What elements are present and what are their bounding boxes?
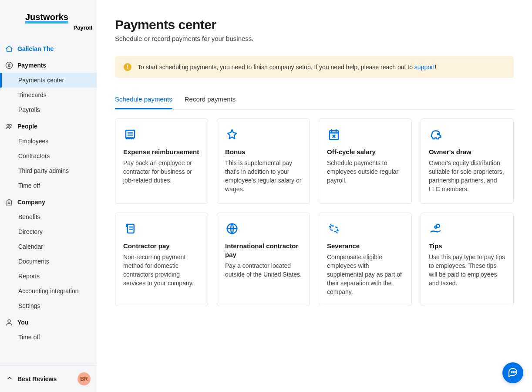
sidebar-item-timecards[interactable]: Timecards — [0, 88, 97, 102]
card-tips[interactable]: Tips Use this pay type to pay tips to em… — [421, 213, 514, 307]
alert-suffix: ! — [435, 64, 437, 71]
card-desc: Schedule payments to employees outside r… — [327, 159, 404, 185]
unlink-icon — [327, 222, 341, 236]
sidebar-item-reports[interactable]: Reports — [0, 269, 97, 284]
svg-point-11 — [513, 372, 514, 372]
sidebar-item-benefits[interactable]: Benefits — [0, 210, 97, 224]
globe-icon — [225, 222, 239, 236]
card-title: Contractor pay — [123, 242, 200, 250]
svg-point-2 — [10, 125, 12, 127]
card-title: Tips — [429, 242, 505, 250]
people-icon — [5, 122, 13, 130]
sidebar-item-documents[interactable]: Documents — [0, 254, 97, 269]
sidebar-section-you[interactable]: You — [0, 315, 97, 330]
card-title: Severance — [327, 242, 404, 250]
svg-point-3 — [8, 320, 10, 322]
svg-point-9 — [435, 226, 437, 228]
card-desc: Compensate eligible employees with suppl… — [327, 253, 404, 296]
sidebar-item-directory[interactable]: Directory — [0, 224, 97, 239]
card-desc: Use this pay type to pay tips to employe… — [429, 253, 505, 288]
home-icon — [5, 45, 13, 53]
section-label: Payments — [17, 62, 46, 69]
sidebar-item-time-off-you[interactable]: Time off — [0, 330, 97, 345]
section-label: People — [17, 123, 37, 130]
card-title: Owner's draw — [429, 148, 505, 156]
sidebar-item-payrolls[interactable]: Payrolls — [0, 102, 97, 117]
sidebar-item-settings[interactable]: Settings — [0, 298, 97, 313]
svg-point-6 — [438, 134, 439, 135]
sidebar-section-people[interactable]: People — [0, 119, 97, 134]
nav: Galician The Payments Payments center Ti… — [0, 41, 97, 365]
card-desc: Pay a contractor located outside of the … — [225, 262, 302, 279]
logo[interactable]: Justworks Payroll — [0, 0, 97, 41]
card-desc: This is supplemental pay that's in addit… — [225, 159, 302, 194]
card-desc: Pay back an employee or contractor for b… — [123, 159, 200, 185]
sidebar-item-accounting-integration[interactable]: Accounting integration — [0, 284, 97, 298]
card-desc: Non-recurring payment method for domesti… — [123, 253, 200, 288]
card-owners-draw[interactable]: Owner's draw Owner's equity distribution… — [421, 118, 514, 204]
chevron-up-icon — [6, 375, 13, 383]
card-title: International contractor pay — [225, 242, 302, 260]
sidebar-item-contractors[interactable]: Contractors — [0, 149, 97, 163]
alert-prefix: To start scheduling payments, you need t… — [138, 64, 414, 71]
chat-button[interactable] — [502, 362, 523, 383]
calendar-x-icon — [327, 128, 341, 142]
sidebar-section-company[interactable]: Company — [0, 195, 97, 210]
coins-hand-icon — [429, 222, 443, 236]
sidebar-section-payments[interactable]: Payments — [0, 58, 97, 73]
payment-type-grid: Expense reimbursement Pay back an employ… — [115, 118, 514, 306]
avatar: BR — [77, 372, 91, 385]
page-subtitle: Schedule or record payments for your bus… — [115, 35, 514, 42]
svg-point-1 — [7, 125, 9, 127]
card-off-cycle-salary[interactable]: Off-cycle salary Schedule payments to em… — [319, 118, 412, 204]
tab-schedule-payments[interactable]: Schedule payments — [115, 90, 172, 109]
tabs: Schedule payments Record payments — [115, 90, 514, 110]
chat-icon — [508, 367, 518, 379]
setup-alert: ! To start scheduling payments, you need… — [115, 56, 514, 78]
card-title: Off-cycle salary — [327, 148, 404, 156]
svg-point-12 — [515, 372, 515, 372]
building-icon — [5, 198, 13, 206]
svg-rect-5 — [330, 131, 338, 139]
card-title: Expense reimbursement — [123, 148, 200, 156]
card-title: Bonus — [225, 148, 302, 156]
brand-name: Justworks — [25, 13, 68, 24]
card-severance[interactable]: Severance Compensate eligible employees … — [319, 213, 412, 307]
dollar-icon — [5, 61, 13, 69]
card-desc: Owner's equity distribution suitable for… — [429, 159, 505, 194]
scroll-icon — [123, 222, 137, 236]
section-label: You — [17, 319, 28, 326]
sidebar-org-label: Galician The — [17, 45, 54, 52]
card-international-contractor-pay[interactable]: International contractor pay Pay a contr… — [217, 213, 310, 307]
card-contractor-pay[interactable]: Contractor pay Non-recurring payment met… — [115, 213, 208, 307]
receipt-icon — [123, 128, 137, 142]
user-icon — [5, 318, 13, 326]
main-content: Payments center Schedule or record payme… — [97, 0, 532, 392]
sidebar-item-employees[interactable]: Employees — [0, 134, 97, 149]
svg-rect-4 — [126, 130, 135, 138]
warning-icon: ! — [124, 63, 131, 71]
support-link[interactable]: support — [414, 64, 435, 71]
sidebar-item-third-party-admins[interactable]: Third party admins — [0, 163, 97, 178]
brand-sub: Payroll — [25, 24, 97, 31]
footer-label: Best Reviews — [17, 375, 57, 382]
card-expense-reimbursement[interactable]: Expense reimbursement Pay back an employ… — [115, 118, 208, 204]
sidebar-footer[interactable]: Best Reviews BR — [0, 365, 97, 392]
sidebar-org[interactable]: Galician The — [0, 41, 97, 56]
sidebar-item-payments-center[interactable]: Payments center — [0, 73, 97, 88]
page-title: Payments center — [115, 17, 514, 32]
card-bonus[interactable]: Bonus This is supplemental pay that's in… — [217, 118, 310, 204]
section-label: Company — [17, 199, 45, 206]
sidebar: Justworks Payroll Galician The — [0, 0, 97, 392]
star-icon — [225, 128, 239, 142]
sidebar-item-time-off-people[interactable]: Time off — [0, 178, 97, 193]
sidebar-item-calendar[interactable]: Calendar — [0, 239, 97, 254]
tab-record-payments[interactable]: Record payments — [185, 90, 236, 109]
svg-point-10 — [511, 372, 512, 372]
alert-text: To start scheduling payments, you need t… — [138, 64, 436, 71]
piggy-bank-icon — [429, 128, 443, 142]
